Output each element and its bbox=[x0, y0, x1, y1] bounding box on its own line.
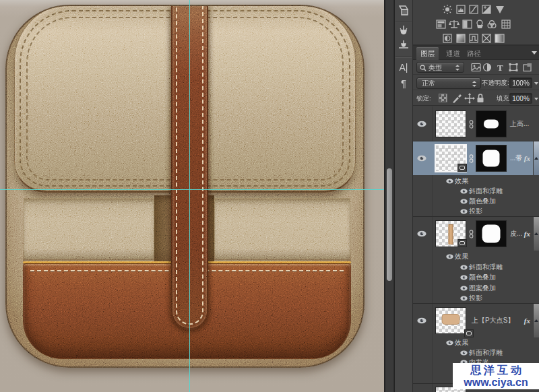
brush-panel-icon[interactable] bbox=[395, 24, 412, 40]
tab-layers[interactable]: 图层 bbox=[416, 47, 439, 60]
type-layer-filter-icon[interactable]: T bbox=[497, 63, 503, 72]
thumbnail-flap-preview bbox=[442, 314, 460, 325]
adjustment-icons-row2[interactable] bbox=[413, 18, 539, 30]
selective-color-icon[interactable] bbox=[482, 34, 490, 42]
tab-paths[interactable]: 路径 bbox=[463, 47, 485, 60]
threshold-icon[interactable] bbox=[470, 34, 478, 42]
effect-eye-icon[interactable] bbox=[460, 350, 468, 356]
posterize-icon[interactable] bbox=[457, 34, 465, 42]
curves-icon[interactable] bbox=[470, 5, 478, 13]
fill-dropdown-arrow[interactable] bbox=[534, 98, 538, 100]
fx-collapse-strip[interactable] bbox=[533, 217, 539, 251]
levels-icon[interactable] bbox=[457, 5, 465, 13]
effect-eye-icon[interactable] bbox=[446, 340, 453, 346]
canvas-vertical-scrollbar[interactable] bbox=[385, 0, 394, 392]
smart-object-filter-icon[interactable] bbox=[524, 63, 532, 71]
opacity-value[interactable]: 100% bbox=[509, 77, 532, 88]
effect-eye-icon[interactable] bbox=[460, 199, 468, 204]
color-balance-icon[interactable] bbox=[449, 20, 459, 28]
paragraph-panel-icon[interactable]: ¶ bbox=[395, 77, 412, 90]
effect-row[interactable]: 斜面和浮雕 bbox=[413, 262, 539, 272]
effects-header-row[interactable]: 效果 bbox=[413, 251, 539, 261]
opacity-dropdown-arrow[interactable] bbox=[534, 82, 538, 85]
lock-transparency-icon[interactable] bbox=[439, 94, 447, 102]
effect-eye-icon[interactable] bbox=[460, 286, 468, 291]
color-lookup-icon[interactable] bbox=[502, 20, 510, 28]
effect-row[interactable]: 斜面和浮雕 bbox=[413, 348, 539, 358]
panel-menu-button[interactable] bbox=[532, 51, 538, 57]
effect-row[interactable]: 投影 bbox=[413, 293, 539, 303]
effect-eye-icon[interactable] bbox=[460, 296, 468, 301]
visibility-eye-icon[interactable] bbox=[417, 230, 426, 237]
lock-position-icon[interactable] bbox=[464, 93, 475, 104]
mask-link-icon bbox=[468, 120, 474, 129]
adjustment-icons-row1[interactable] bbox=[413, 3, 539, 15]
scrollbar-thumb[interactable] bbox=[387, 168, 392, 281]
effect-eye-icon[interactable] bbox=[460, 275, 468, 280]
character-panel-icon[interactable]: A| bbox=[395, 61, 412, 74]
effect-row[interactable]: 颜色叠加 bbox=[413, 196, 539, 206]
effect-eye-icon[interactable] bbox=[460, 265, 468, 270]
effects-header-row[interactable]: 效果 bbox=[413, 337, 539, 348]
invert-icon[interactable] bbox=[443, 34, 451, 42]
fill-value[interactable]: 100% bbox=[509, 93, 532, 104]
visibility-eye-icon[interactable] bbox=[417, 121, 426, 127]
effect-row[interactable]: 投影 bbox=[413, 206, 539, 216]
vibrance-icon[interactable] bbox=[496, 6, 504, 13]
adjustment-layer-filter-icon[interactable] bbox=[484, 64, 491, 71]
effects-header-row[interactable]: 效果 bbox=[413, 176, 539, 186]
exposure-icon[interactable] bbox=[482, 5, 490, 13]
layer-mask-thumbnail[interactable] bbox=[476, 110, 507, 137]
visibility-eye-icon[interactable] bbox=[417, 317, 426, 324]
fx-collapse-strip[interactable] bbox=[533, 141, 539, 175]
effect-eye-icon[interactable] bbox=[460, 189, 468, 194]
tool-presets-panel-icon[interactable] bbox=[395, 39, 412, 54]
layer-kind-filter-icons[interactable]: T bbox=[471, 63, 536, 72]
layer-name[interactable]: 上【P大点S】 bbox=[472, 304, 514, 337]
blend-mode-dropdown[interactable]: 正常 bbox=[416, 77, 481, 89]
panel-dock: A| ¶ bbox=[395, 0, 413, 392]
layer-fx-label[interactable]: fx bbox=[524, 304, 530, 337]
effect-row[interactable]: 图案叠加 bbox=[413, 283, 539, 293]
black-white-icon[interactable] bbox=[463, 20, 472, 28]
effect-row[interactable]: 斜面和浮雕 bbox=[413, 186, 539, 196]
layer-fx-label[interactable]: fx bbox=[524, 217, 530, 251]
layer-name[interactable]: ...带 bbox=[510, 141, 522, 175]
effect-label: 斜面和浮雕 bbox=[469, 186, 503, 196]
pixel-layer-filter-icon[interactable] bbox=[472, 64, 480, 71]
effect-eye-icon[interactable] bbox=[460, 209, 468, 214]
gradient-map-icon[interactable] bbox=[495, 34, 504, 42]
lock-all-icon[interactable] bbox=[476, 93, 485, 104]
visibility-eye-icon[interactable] bbox=[417, 155, 426, 162]
dock-separator bbox=[395, 21, 412, 22]
layer-row[interactable]: 皮... fx bbox=[413, 217, 539, 251]
shape-layer-filter-icon[interactable] bbox=[509, 63, 518, 71]
document-canvas[interactable] bbox=[0, 0, 384, 392]
blend-mode-bar: 正常 不透明度: 100% bbox=[413, 75, 539, 90]
layer-name[interactable]: 皮... bbox=[510, 217, 522, 251]
clone-source-panel-icon[interactable] bbox=[395, 4, 412, 20]
layer-mask-thumbnail[interactable] bbox=[476, 145, 507, 172]
channel-mixer-icon[interactable] bbox=[488, 21, 496, 28]
lock-image-icon[interactable] bbox=[451, 93, 462, 104]
layer-row[interactable]: 上【P大点S】 fx bbox=[413, 304, 539, 337]
effect-eye-icon[interactable] bbox=[446, 178, 453, 184]
brightness-contrast-icon[interactable] bbox=[443, 5, 452, 14]
filter-type-dropdown[interactable]: 类型 bbox=[416, 62, 464, 73]
layer-row-selected[interactable]: ...带 fx bbox=[413, 141, 539, 175]
layer-fx-label[interactable]: fx bbox=[524, 141, 530, 175]
photo-filter-icon[interactable] bbox=[477, 20, 483, 28]
adjustment-icons-row3[interactable] bbox=[413, 32, 539, 44]
layer-thumbnail[interactable] bbox=[435, 110, 466, 137]
effect-eye-icon[interactable] bbox=[446, 254, 453, 259]
horizontal-guide[interactable] bbox=[0, 189, 384, 190]
layer-thumbnail[interactable] bbox=[435, 307, 466, 334]
effect-row[interactable]: 颜色叠加 bbox=[413, 272, 539, 282]
hue-saturation-icon[interactable] bbox=[437, 20, 445, 28]
layer-mask-thumbnail[interactable] bbox=[476, 220, 507, 247]
vertical-guide[interactable] bbox=[189, 0, 190, 392]
layer-row[interactable]: 上高... bbox=[413, 107, 539, 141]
layer-name[interactable]: 上高... bbox=[510, 107, 529, 141]
fx-collapse-strip[interactable] bbox=[533, 304, 539, 337]
tab-channels[interactable]: 通道 bbox=[442, 47, 464, 60]
